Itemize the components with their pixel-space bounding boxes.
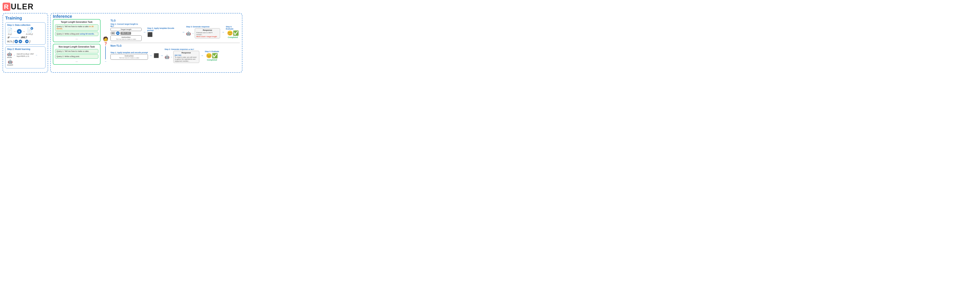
non-tlg-instruction-text: Tell me how to make a cake <box>113 57 146 59</box>
formula-arrow: → <box>13 54 15 56</box>
mlts-label: MLTs <box>7 40 12 43</box>
training-title: Training <box>5 16 46 21</box>
tlg-query-box: Target Length Generation Task Query 1: T… <box>53 19 100 42</box>
non-tlg-encoder: ⬛ <box>154 53 159 58</box>
non-tlg-query-title: Non-target Length Generation Task <box>55 46 99 48</box>
tlg-pipeline: TLG Step 1: Convert target length to MLT… <box>110 19 240 41</box>
non-tlg-arrow2: → <box>160 54 163 57</box>
open-brace: { <box>13 40 14 43</box>
non-tlg-instruction-label: Instruction <box>113 55 146 57</box>
dataset-label: (x,y) <box>8 33 12 35</box>
instruction-box-tlg: Instruction Tell me how to make a cake <box>110 35 142 41</box>
m-badge-2: M <box>19 40 22 43</box>
tlg-step3-label: Step 3: Generate response <box>186 26 220 28</box>
document-mlt-icon: 📄M <box>27 27 32 33</box>
tlg-response-box: Response Preheat oven to 350°F. Grease..… <box>195 28 220 38</box>
dots-label: ... <box>23 40 24 43</box>
training-step2-box: Step 2: Model learning 🤖 Model → maxλ,M … <box>5 46 46 68</box>
question-icon: ❓ <box>104 42 107 45</box>
dataset-mlt-label: (x,mlt,y) <box>26 33 33 35</box>
tlg-query2-highlight: using 50 words. <box>80 33 94 35</box>
non-tlg-step2-label: Step 2: Generate response w/ MLT <box>165 48 199 50</box>
arrow-icon2: → <box>22 30 25 33</box>
tlg-step2-label: Step 2: Apply template Encode prompt <box>147 27 180 32</box>
d-symbol: 𝒟 <box>7 36 9 39</box>
connector-arrow: → <box>104 60 107 63</box>
tlg-step3-text: Generate response <box>193 26 210 28</box>
instruction-label: Instruction <box>113 36 140 38</box>
non-tlg-step3-text: Evaluate <box>212 50 219 53</box>
tlg-step1-label-text: Step 1: <box>110 23 116 25</box>
non-tlg-response-box: Response [MLT:80] To make a cake, you wi… <box>173 51 199 63</box>
tlg-response-label: Response <box>196 29 219 31</box>
non-tlg-arrow1: → <box>149 54 152 57</box>
non-tlg-step3-label: Step 3: Evaluate <box>205 50 219 53</box>
tlg-arrow3: → <box>221 30 224 34</box>
d-mlt-symbol: 𝒟MLT <box>21 36 27 39</box>
tlg-completed-badge: 😊✅ Completed <box>227 30 239 38</box>
non-tlg-query-1: Query 1: Tell me how to make a cake. <box>55 49 99 53</box>
model-r-robot-icon: 🤖 <box>8 59 13 64</box>
divider <box>110 43 240 43</box>
non-tlg-response-label: Response <box>175 52 198 54</box>
tlg-step4-text: Evaluate <box>226 28 233 30</box>
logo: RULER <box>3 2 34 11</box>
tlg-step4-label-text: Step 4: <box>226 26 232 28</box>
plus-icon: + <box>17 29 22 34</box>
model-flow: 🤖 Model → maxλ,M 𝔼(x,mlt,y)~𝒟MLT log pλ,… <box>7 52 43 66</box>
pipeline-panel: TLG Step 1: Convert target length to MLT… <box>110 19 240 70</box>
non-tlg-instruction-box: Instruction Tell me how to make a cake <box>110 54 148 60</box>
tlg-step4-label: Step 4: Evaluate <box>226 26 240 30</box>
formula-arrow2: → <box>35 54 38 56</box>
target-length-label: Target length <box>112 29 140 30</box>
tlg-arrow-robot: → <box>192 32 194 35</box>
non-tlg-pipeline-row: Step 1: Apply template and encode prompt… <box>110 48 240 63</box>
tlg-response-text: Preheat oven to 350°F. Grease... <box>196 32 219 35</box>
main-container: RULER Training Step 1: Data collection 📄… <box>0 0 245 75</box>
mlts-row: MLTs { M M ... M } <box>7 40 43 43</box>
tlg-step3-label-text: Step 3: <box>186 26 192 28</box>
m-badge-tlg: M <box>116 32 119 35</box>
training-section: Training Step 1: Data collection 📄 (x,y)… <box>3 13 48 73</box>
user-connector: 🧑 ❓ → <box>102 29 109 70</box>
close-brace: } <box>29 40 30 43</box>
tlg-step1-label: Step 1: Convert target length to MLT <box>110 23 142 27</box>
inference-section: Inference Target Length Generation Task … <box>50 13 242 73</box>
tlg-step2-label-text: Step 2: <box>147 27 153 29</box>
tlg-completed-text: Completed <box>228 36 238 38</box>
non-tlg-arrow-robot: → <box>170 56 172 58</box>
non-tlg-step2-label-text: Step 2: <box>165 48 171 50</box>
model-robot-icon: 🤖 <box>7 52 12 56</box>
encoder-bracket: ⬛ <box>147 32 180 37</box>
tlg-robot-icon: 🤖 <box>186 31 191 36</box>
non-tlg-step1-text: Apply template and encode prompt <box>117 51 148 54</box>
logo-r: R <box>3 3 10 11</box>
mlt-badge: [MLT:30] <box>121 32 131 35</box>
non-tlg-robot-icon: 🤖 <box>165 54 169 59</box>
tlg-step1-grid: Target length 30 M [MLT:30] Instruction … <box>110 28 142 41</box>
non-tlg-response-text: To make a cake, you will need to gather … <box>175 56 198 62</box>
non-tlg-query-2: Query 2: Write a blog post. <box>55 54 99 59</box>
target-length-box: Target length <box>110 28 142 31</box>
document-icon: 📄 <box>7 27 13 33</box>
non-tlg-step3-label-text: Step 3: <box>205 50 211 53</box>
non-tlg-response-mlt: [MLT:80] <box>175 54 181 56</box>
non-tlg-step2-suffix: w/ MLT <box>188 48 194 50</box>
non-tlg-pipeline-title: Non-TLG <box>110 44 240 47</box>
sections: Training Step 1: Data collection 📄 (x,y)… <box>3 13 242 73</box>
instruction-text: Tell me how to make a cake <box>113 38 140 40</box>
m-badge-1: M <box>14 40 18 43</box>
model-r-label: ModelR <box>7 64 13 66</box>
non-tlg-completed-badge: 😊✅ Completed <box>206 53 218 61</box>
tlg-query-title: Target Length Generation Task <box>55 21 99 23</box>
non-tlg-query-box: Non-target Length Generation Task Query … <box>53 44 100 65</box>
non-tlg-pipeline: Non-TLG Step 1: Apply template and encod… <box>110 44 240 63</box>
non-tlg-completed-text: Completed <box>207 59 217 61</box>
header: RULER <box>3 2 242 11</box>
tlg-arrow2: → <box>182 30 185 34</box>
tlg-dots: ... <box>55 37 99 40</box>
training-step1-box: Step 1: Data collection 📄 (x,y) → + → 📄M <box>5 22 46 45</box>
query-panel: Target Length Generation Task Query 1: T… <box>53 19 100 70</box>
tlg-query-1: Query 1: Tell me how to make a cake in 3… <box>55 24 99 31</box>
tlg-pipeline-title: TLG <box>110 19 240 22</box>
